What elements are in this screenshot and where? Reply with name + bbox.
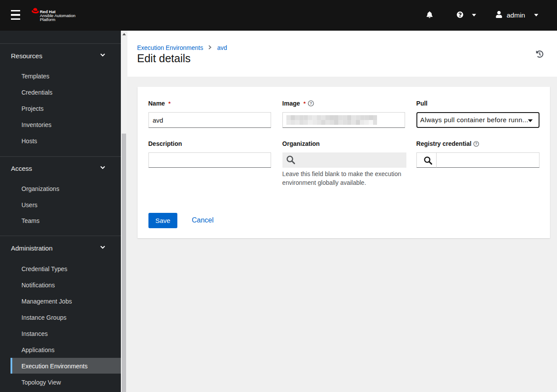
svg-text:?: ? (475, 141, 477, 146)
svg-text:?: ? (310, 101, 312, 106)
